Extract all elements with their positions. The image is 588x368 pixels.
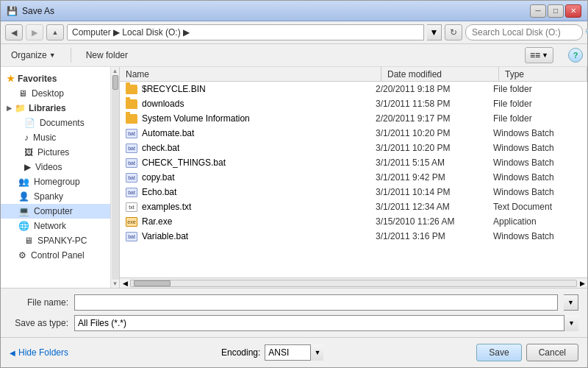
back-button[interactable]: ◀ <box>5 24 23 40</box>
computer-label: Computer <box>34 206 73 216</box>
spanky-icon: 👤 <box>18 191 29 202</box>
file-name: Variable.bat <box>142 231 376 241</box>
encoding-section: Encoding: ANSI ▼ <box>221 344 323 361</box>
save-as-dialog: 💾 Save As ─ □ ✕ ◀ ▶ ▲ Computer ▶ Local D… <box>0 0 588 368</box>
file-name: copy.bat <box>142 172 376 183</box>
network-icon: 🌐 <box>18 221 29 231</box>
window-title: Save As <box>22 6 54 16</box>
desktop-label: Desktop <box>32 88 64 99</box>
favorites-star-icon: ★ <box>7 74 15 84</box>
hide-folders-button[interactable]: ◀ Hide Folders <box>10 347 68 358</box>
file-list: $RECYCLE.BIN 2/20/2011 9:18 PM File fold… <box>120 82 587 277</box>
file-name: Echo.bat <box>142 187 376 197</box>
sidebar-item-spanky[interactable]: 👤 Spanky <box>1 189 110 204</box>
new-folder-button[interactable]: New folder <box>80 48 134 63</box>
cancel-button[interactable]: Cancel <box>526 344 578 361</box>
views-button[interactable]: ≡≡ ▼ <box>525 47 553 63</box>
computer-icon: 💻 <box>18 206 29 216</box>
sidebar-item-homegroup[interactable]: 👥 Homegroup <box>1 174 110 189</box>
file-item[interactable]: txt examples.txt 3/1/2011 12:34 AM Text … <box>120 199 587 214</box>
file-item[interactable]: downloads 3/1/2011 11:58 PM File folder <box>120 96 587 111</box>
encoding-select[interactable]: ANSI <box>265 344 323 361</box>
file-name: CHECK_THINGS.bat <box>142 158 376 168</box>
hscrollbar[interactable]: ◀ ▶ <box>120 277 587 288</box>
file-date: 3/15/2010 11:26 AM <box>376 216 493 227</box>
libraries-label: Libraries <box>29 103 66 113</box>
maximize-button[interactable]: □ <box>548 4 564 18</box>
help-button[interactable]: ? <box>568 48 583 63</box>
spankypc-icon: 🖥 <box>24 236 33 246</box>
scroll-thumb[interactable] <box>112 75 118 90</box>
hide-folders-arrow-icon: ◀ <box>10 349 15 357</box>
txt-icon: txt <box>126 202 137 212</box>
organize-label: Organize <box>11 50 47 60</box>
folder-icon <box>126 85 137 94</box>
sidebar-item-pictures[interactable]: 🖼 Pictures <box>1 145 110 160</box>
filename-input[interactable] <box>74 294 558 311</box>
file-date: 3/1/2011 10:20 PM <box>376 128 493 138</box>
views-icon: ≡≡ <box>530 50 540 60</box>
file-type: Application <box>493 216 581 227</box>
file-item[interactable]: $RECYCLE.BIN 2/20/2011 9:18 PM File fold… <box>120 82 587 96</box>
file-item[interactable]: bat check.bat 3/1/2011 10:20 PM Windows … <box>120 141 587 155</box>
forward-button[interactable]: ▶ <box>26 24 43 40</box>
column-header-date[interactable]: Date modified <box>381 67 499 82</box>
scroll-up-arrow[interactable]: ▲ <box>112 68 118 74</box>
refresh-button[interactable]: ↻ <box>445 24 462 40</box>
videos-icon: ▶ <box>24 162 31 172</box>
bat-icon: bat <box>126 144 137 153</box>
file-name: downloads <box>142 99 376 109</box>
filename-dropdown[interactable]: ▼ <box>564 294 578 311</box>
sidebar-item-spankypc[interactable]: 🖥 SPANKY-PC <box>1 233 110 248</box>
address-dropdown[interactable]: ▼ <box>427 24 442 40</box>
libraries-header[interactable]: ▶ 📁 Libraries <box>1 101 110 116</box>
titlebar-buttons: ─ □ ✕ <box>530 4 581 18</box>
sidebar-item-videos[interactable]: ▶ Videos <box>1 160 110 174</box>
sidebar-item-documents[interactable]: 📄 Documents <box>1 116 110 130</box>
action-buttons: Save Cancel <box>476 344 578 361</box>
sidebar-item-music[interactable]: ♪ Music <box>1 130 110 145</box>
file-type: Text Document <box>493 202 581 212</box>
file-item[interactable]: exe Rar.exe 3/15/2010 11:26 AM Applicati… <box>120 214 587 229</box>
sidebar-item-computer[interactable]: 💻 Computer <box>1 204 110 219</box>
filename-label: File name: <box>10 297 68 308</box>
file-item[interactable]: bat copy.bat 3/1/2011 9:42 PM Windows Ba… <box>120 170 587 185</box>
organize-dropdown-icon: ▼ <box>49 52 56 59</box>
favorites-label: Favorites <box>18 74 57 84</box>
search-input[interactable] <box>472 27 582 38</box>
favorites-header[interactable]: ★ Favorites <box>1 71 110 86</box>
hscroll-thumb[interactable] <box>134 280 171 286</box>
scroll-down-arrow[interactable]: ▼ <box>112 280 118 287</box>
sidebar-item-network[interactable]: 🌐 Network <box>1 219 110 233</box>
sidebar-item-desktop[interactable]: 🖥 Desktop <box>1 86 110 101</box>
file-item[interactable]: bat CHECK_THINGS.bat 3/1/2011 5:15 AM Wi… <box>120 155 587 170</box>
filetype-label: Save as type: <box>10 318 68 328</box>
folder-icon <box>126 99 137 109</box>
minimize-button[interactable]: ─ <box>530 4 546 18</box>
file-date: 2/20/2011 9:17 PM <box>376 113 493 124</box>
hscroll-right-arrow[interactable]: ▶ <box>577 278 587 289</box>
save-button[interactable]: Save <box>476 344 521 361</box>
close-button[interactable]: ✕ <box>565 4 581 18</box>
file-item[interactable]: System Volume Information 2/20/2011 9:17… <box>120 111 587 126</box>
file-item[interactable]: bat Variable.bat 3/1/2011 3:16 PM Window… <box>120 229 587 244</box>
music-icon: ♪ <box>24 132 29 143</box>
search-box[interactable]: 🔍 <box>465 24 583 40</box>
filetype-select[interactable]: All Files (*.*) <box>74 315 578 331</box>
organize-button[interactable]: Organize ▼ <box>5 48 62 63</box>
file-item[interactable]: bat Echo.bat 3/1/2011 10:14 PM Windows B… <box>120 185 587 199</box>
file-date: 3/1/2011 5:15 AM <box>376 158 493 168</box>
file-date: 3/1/2011 9:42 PM <box>376 172 493 183</box>
up-button[interactable]: ▲ <box>46 24 64 40</box>
column-header-type[interactable]: Type <box>499 67 587 82</box>
address-box[interactable]: Computer ▶ Local Disk (O:) ▶ <box>67 24 424 40</box>
hscroll-left-arrow[interactable]: ◀ <box>120 278 130 289</box>
sidebar-item-controlpanel[interactable]: ⚙ Control Panel <box>1 248 110 263</box>
file-item[interactable]: bat Automate.bat 3/1/2011 10:20 PM Windo… <box>120 126 587 141</box>
file-type: File folder <box>493 84 581 94</box>
column-header-name[interactable]: Name <box>120 67 381 82</box>
left-panel-scrollbar[interactable]: ▲ ▼ <box>111 67 120 288</box>
desktop-icon: 🖥 <box>18 88 27 99</box>
encoding-label: Encoding: <box>221 347 260 358</box>
filetype-row: Save as type: All Files (*.*) ▼ <box>10 315 578 331</box>
